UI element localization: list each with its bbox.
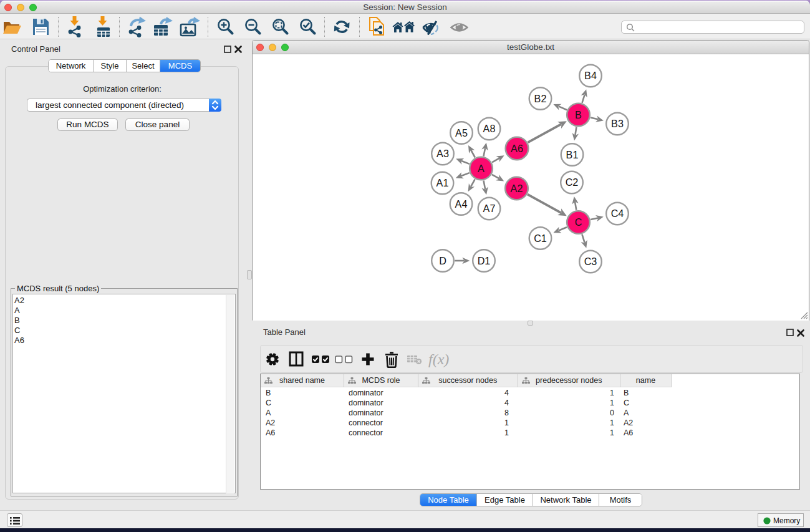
svg-text:D1: D1 bbox=[478, 255, 491, 266]
svg-text:A8: A8 bbox=[483, 123, 496, 134]
svg-text:A1: A1 bbox=[436, 177, 449, 188]
svg-text:B2: B2 bbox=[534, 93, 547, 104]
svg-text:B: B bbox=[575, 109, 582, 120]
svg-text:C3: C3 bbox=[584, 256, 597, 267]
svg-text:B4: B4 bbox=[584, 70, 597, 81]
svg-text:A4: A4 bbox=[455, 198, 468, 210]
svg-text:A6: A6 bbox=[511, 143, 523, 154]
svg-text:D: D bbox=[439, 255, 446, 266]
svg-text:C1: C1 bbox=[534, 233, 547, 244]
svg-text:A5: A5 bbox=[455, 127, 468, 138]
svg-text:A3: A3 bbox=[436, 148, 449, 159]
svg-text:C4: C4 bbox=[611, 208, 624, 219]
svg-text:f(x): f(x) bbox=[428, 351, 449, 367]
svg-text:C: C bbox=[575, 216, 582, 228]
svg-text:B1: B1 bbox=[566, 149, 579, 160]
svg-text:A2: A2 bbox=[511, 183, 523, 194]
svg-text:A: A bbox=[478, 163, 485, 174]
svg-text:A7: A7 bbox=[483, 203, 496, 214]
svg-text:B3: B3 bbox=[611, 118, 624, 129]
svg-text:C2: C2 bbox=[566, 177, 579, 188]
